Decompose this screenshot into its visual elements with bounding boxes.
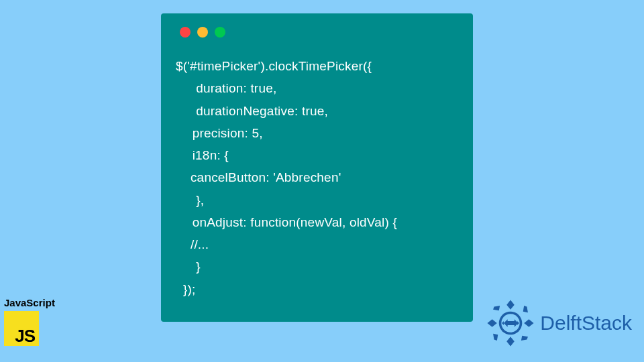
- close-icon: [180, 27, 191, 38]
- code-line: $('#timePicker').clockTimePicker({: [176, 59, 372, 73]
- svg-marker-6: [493, 334, 498, 341]
- code-line: cancelButton: 'Abbrechen': [176, 170, 341, 184]
- code-line: //...: [176, 237, 209, 251]
- code-line: onAdjust: function(newVal, oldVal) {: [176, 215, 397, 229]
- svg-marker-3: [488, 319, 497, 327]
- maximize-icon: [215, 27, 225, 38]
- delftstack-text: DelftStack: [540, 312, 632, 335]
- code-line: },: [176, 193, 204, 207]
- code-block: $('#timePicker').clockTimePicker({ durat…: [176, 55, 458, 300]
- code-line: durationNegative: true,: [176, 104, 328, 118]
- traffic-lights: [176, 27, 458, 38]
- svg-marker-1: [524, 319, 533, 327]
- code-line: precision: 5,: [176, 126, 263, 140]
- svg-marker-0: [507, 300, 515, 309]
- svg-marker-7: [493, 306, 500, 310]
- svg-marker-2: [507, 337, 515, 346]
- javascript-label: JavaScript: [4, 297, 55, 308]
- javascript-logo-icon: JS: [4, 311, 39, 346]
- code-line: }: [176, 259, 201, 274]
- javascript-badge: JavaScript JS: [4, 297, 55, 346]
- svg-marker-5: [521, 336, 528, 341]
- delftstack-logo-icon: [486, 299, 535, 347]
- minimize-icon: [197, 27, 208, 38]
- javascript-logo-text: JS: [15, 327, 35, 345]
- code-line: i18n: {: [176, 148, 229, 162]
- code-window: $('#timePicker').clockTimePicker({ durat…: [161, 13, 473, 322]
- code-line: duration: true,: [176, 81, 276, 95]
- svg-marker-4: [523, 306, 528, 312]
- delftstack-badge: DelftStack: [486, 299, 632, 347]
- code-line: });: [176, 282, 196, 296]
